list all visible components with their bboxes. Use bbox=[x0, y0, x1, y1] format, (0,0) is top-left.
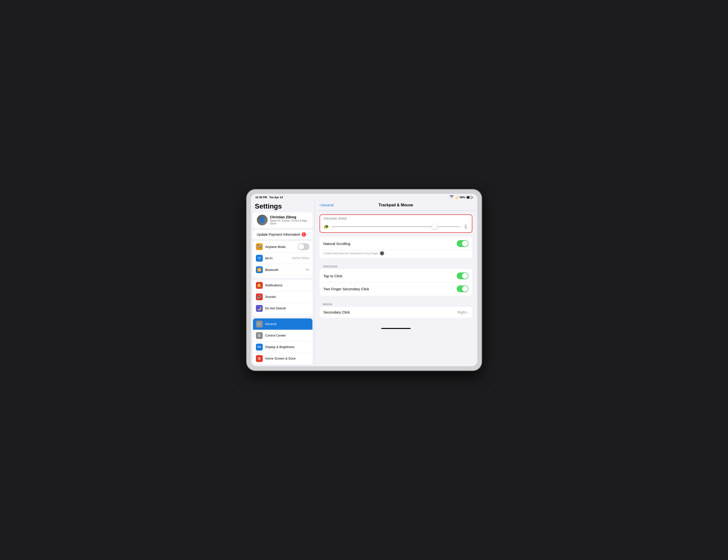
tap-to-click-row: Tap to Click bbox=[320, 270, 472, 282]
sidebar-item-bluetooth[interactable]: 📶 Bluetooth On bbox=[253, 264, 312, 276]
toggle-knob bbox=[462, 273, 468, 279]
sidebar-item-screen-time[interactable]: ⏱ Screen Time bbox=[253, 314, 312, 316]
sounds-icon: 🔊 bbox=[256, 293, 263, 300]
status-right: 🌙 59% bbox=[450, 195, 473, 199]
main-layout: Settings 👤 Christian Zibreg Apple ID, iC… bbox=[251, 200, 477, 366]
control-center-icon: 🎛 bbox=[256, 332, 263, 339]
toggle-knob bbox=[298, 244, 304, 250]
wifi-settings-icon bbox=[256, 255, 263, 262]
sidebar-item-label: Display & Brightness bbox=[265, 345, 310, 349]
tap-to-click-label: Tap to Click bbox=[323, 274, 343, 278]
natural-scrolling-row: Natural Scrolling bbox=[320, 237, 472, 250]
sidebar-group-network: ✈️ Airplane Mode bbox=[253, 241, 312, 278]
sidebar-item-label: Control Center bbox=[265, 333, 310, 337]
sidebar-item-control-center[interactable]: 🎛 Control Center bbox=[253, 330, 312, 341]
do-not-disturb-icon: 🌙 bbox=[256, 305, 263, 312]
payment-chevron: › bbox=[308, 233, 309, 236]
trackpad-section: TRACKPAD Tap to Click Two Finger Seconda… bbox=[320, 262, 472, 296]
detail-page-title: Trackpad & Mouse bbox=[379, 203, 413, 207]
secondary-click-label: Secondary Click bbox=[323, 310, 350, 314]
sidebar-item-label: General bbox=[265, 322, 310, 326]
tracking-speed-slider-row: 🐢 🐇 bbox=[320, 221, 472, 232]
two-finger-label: Two Finger Secondary Click bbox=[323, 287, 369, 291]
notifications-icon: 🔔 bbox=[256, 282, 263, 289]
detail-panel: ‹ General Trackpad & Mouse TRACKING SPEE… bbox=[315, 200, 477, 366]
cursor-dot-icon bbox=[380, 251, 384, 256]
status-time-date: 12:36 PM Tue Apr 14 bbox=[255, 196, 283, 199]
payment-badge: 1 bbox=[302, 232, 306, 237]
natural-scrolling-card: Natural Scrolling Content will track the… bbox=[320, 237, 472, 258]
natural-scrolling-toggle[interactable] bbox=[457, 240, 468, 247]
trackpad-card: Tap to Click Two Finger Secondary Click bbox=[320, 269, 472, 296]
natural-scrolling-label: Natural Scrolling bbox=[323, 242, 350, 246]
ipad-frame: 12:36 PM Tue Apr 14 🌙 59% bbox=[247, 190, 482, 370]
airplane-toggle[interactable] bbox=[298, 243, 310, 250]
back-chevron-icon: ‹ bbox=[320, 203, 321, 207]
update-payment-right: 1 › bbox=[302, 232, 309, 237]
wifi-value: AirPort 5GHz bbox=[292, 257, 310, 260]
two-finger-toggle[interactable] bbox=[457, 285, 468, 292]
status-bar: 12:36 PM Tue Apr 14 🌙 59% bbox=[251, 194, 477, 200]
back-button[interactable]: ‹ General bbox=[320, 203, 334, 207]
sidebar-item-label: Home Screen & Dock bbox=[265, 356, 310, 360]
sidebar-item-general[interactable]: ⚙️ General bbox=[253, 318, 312, 330]
home-bar bbox=[381, 328, 411, 329]
wifi-icon bbox=[450, 195, 454, 199]
status-date: Tue Apr 14 bbox=[269, 196, 283, 199]
sidebar-item-label: Sounds bbox=[265, 295, 310, 298]
ipad-screen: 12:36 PM Tue Apr 14 🌙 59% bbox=[251, 194, 477, 366]
sidebar-item-do-not-disturb[interactable]: 🌙 Do Not Disturb bbox=[253, 303, 312, 314]
helper-text-label: Content will track the movement of your … bbox=[323, 252, 379, 255]
detail-header: ‹ General Trackpad & Mouse bbox=[315, 200, 477, 211]
tracking-speed-card: TRACKING SPEED 🐢 🐇 bbox=[320, 215, 472, 233]
detail-content: TRACKING SPEED 🐢 🐇 bbox=[315, 211, 477, 325]
status-time: 12:36 PM bbox=[255, 196, 267, 199]
sidebar-item-sounds[interactable]: 🔊 Sounds bbox=[253, 291, 312, 303]
battery-percentage: 59% bbox=[460, 196, 465, 199]
moon-icon: 🌙 bbox=[455, 196, 458, 199]
sidebar: Settings 👤 Christian Zibreg Apple ID, iC… bbox=[251, 200, 315, 366]
bluetooth-value: On bbox=[305, 268, 309, 272]
profile-subtitle: Apple ID, iCloud, iTunes & App Store bbox=[270, 219, 309, 225]
sidebar-item-vpn[interactable]: VPN VPN Not Connected bbox=[253, 276, 312, 278]
toggle-knob bbox=[462, 286, 468, 292]
mouse-section-label: MOUSE bbox=[320, 299, 472, 307]
update-payment-label: Update Payment Information bbox=[257, 233, 300, 237]
profile-section[interactable]: 👤 Christian Zibreg Apple ID, iCloud, iTu… bbox=[253, 212, 312, 228]
bluetooth-icon: 📶 bbox=[256, 266, 263, 273]
speed-slider-track[interactable] bbox=[331, 226, 461, 227]
back-label: General bbox=[321, 203, 334, 207]
sidebar-item-label: Notifications bbox=[265, 283, 310, 287]
secondary-click-current: Right bbox=[457, 310, 466, 314]
tracking-speed-label: TRACKING SPEED bbox=[320, 215, 472, 221]
sidebar-item-display-brightness[interactable]: AA Display & Brightness bbox=[253, 341, 312, 353]
sidebar-item-wifi[interactable]: Wi-Fi AirPort 5GHz bbox=[253, 253, 312, 264]
secondary-click-value: Right › bbox=[457, 310, 468, 314]
two-finger-row: Two Finger Secondary Click bbox=[320, 282, 472, 295]
sidebar-item-home-screen[interactable]: ⊞ Home Screen & Dock bbox=[253, 353, 312, 364]
update-payment-row[interactable]: Update Payment Information 1 › bbox=[253, 230, 312, 239]
turtle-icon: 🐢 bbox=[323, 224, 329, 229]
natural-scrolling-knob bbox=[462, 241, 468, 247]
battery-icon bbox=[466, 196, 473, 199]
airplane-icon: ✈️ bbox=[256, 243, 263, 250]
avatar: 👤 bbox=[257, 215, 268, 226]
slider-thumb[interactable] bbox=[432, 224, 437, 229]
slider-fill bbox=[331, 226, 435, 227]
trackpad-section-label: TRACKPAD bbox=[320, 262, 472, 269]
secondary-click-chevron: › bbox=[467, 310, 468, 314]
mouse-card: Secondary Click Right › bbox=[320, 307, 472, 318]
tap-to-click-toggle[interactable] bbox=[457, 273, 468, 279]
home-screen-icon: ⊞ bbox=[256, 355, 263, 362]
sidebar-item-airplane-mode[interactable]: ✈️ Airplane Mode bbox=[253, 241, 312, 253]
sidebar-title: Settings bbox=[251, 200, 314, 212]
sidebar-item-notifications[interactable]: 🔔 Notifications bbox=[253, 280, 312, 291]
sidebar-item-label: Do Not Disturb bbox=[265, 306, 310, 310]
profile-name: Christian Zibreg bbox=[270, 215, 309, 219]
sidebar-group-general: ⚙️ General 🎛 Control Center AA Display &… bbox=[253, 318, 312, 364]
sidebar-group-notifications: 🔔 Notifications 🔊 Sounds 🌙 Do Not Distur… bbox=[253, 280, 312, 316]
general-icon: ⚙️ bbox=[256, 320, 263, 327]
home-indicator bbox=[315, 325, 477, 330]
mouse-section: MOUSE Secondary Click Right › bbox=[320, 299, 472, 318]
secondary-click-row[interactable]: Secondary Click Right › bbox=[320, 307, 472, 317]
